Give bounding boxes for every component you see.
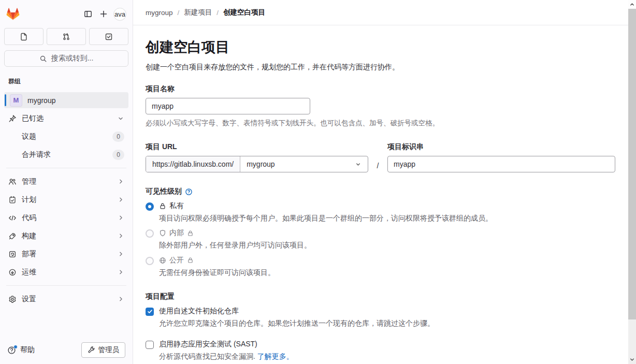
code-icon: [8, 214, 17, 222]
sast-label-text: 启用静态应用安全测试 (SAST): [159, 340, 257, 349]
learn-more-link[interactable]: 了解更多。: [257, 352, 294, 360]
todos-shortcut-button[interactable]: [89, 28, 128, 45]
question-circle-icon[interactable]: [185, 188, 193, 196]
visibility-option-private: 私有 项目访问权限必须明确授予每个用户。如果此项目是一个群组的一部分，访问权限将…: [146, 201, 615, 223]
breadcrumb-item-new-project[interactable]: 新建项目: [184, 8, 212, 17]
url-prefix: https://gitlab.linuxsb.com/: [146, 156, 240, 172]
sidebar-nav: M mygroup 已钉选 议题 0 合并请求 0: [4, 91, 128, 339]
internal-radio: [146, 229, 154, 238]
deploy-icon: [8, 250, 17, 258]
notification-dot: [13, 345, 18, 349]
sidebar-item-manage[interactable]: 管理: [4, 173, 128, 190]
rocket-icon: [8, 232, 17, 240]
project-name-input[interactable]: [146, 98, 310, 114]
check-icon: [147, 309, 153, 314]
sast-option-desc: 分析源代码查找已知安全漏洞. 了解更多。: [159, 351, 615, 361]
globe-icon: [159, 257, 166, 264]
operate-icon: [8, 268, 17, 276]
visibility-option-public: 公开 无需任何身份验证即可访问该项目。: [146, 256, 615, 278]
sidebar-item-plan[interactable]: 计划: [4, 192, 128, 208]
breadcrumb-separator: /: [216, 9, 219, 17]
config-option-sast: 启用静态应用安全测试 (SAST) 分析源代码查找已知安全漏洞. 了解更多。: [146, 340, 615, 361]
sast-option-label[interactable]: 启用静态应用安全测试 (SAST): [159, 340, 615, 349]
issues-shortcut-button[interactable]: [4, 28, 44, 45]
sidebar-item-merge-requests[interactable]: 合并请求 0: [4, 147, 128, 163]
chevron-right-icon: [118, 296, 124, 302]
sidebar-item-issues[interactable]: 议题 0: [4, 128, 128, 144]
internal-label-text: 内部: [169, 228, 184, 238]
project-slug-input[interactable]: [387, 156, 615, 172]
sidebar-item-mygroup[interactable]: M mygroup: [4, 92, 128, 108]
user-avatar[interactable]: ava: [113, 8, 126, 21]
url-row: 项目 URL https://gitlab.linuxsb.com/ mygro…: [146, 142, 615, 172]
visibility-section-label: 可见性级别: [146, 187, 615, 196]
help-icon: [7, 346, 16, 355]
readme-checkbox[interactable]: [146, 308, 154, 316]
internal-option-label: 内部: [159, 228, 615, 238]
create-project-form: 创建空白项目 创建一个空白项目来存放您的文件，规划您的工作，并在代码等方面进行协…: [133, 25, 628, 364]
divider: [6, 168, 126, 168]
breadcrumb-item-mygroup[interactable]: mygroup: [146, 9, 173, 17]
public-option-label: 公开: [159, 256, 615, 265]
merge-requests-shortcut-button[interactable]: [47, 28, 86, 45]
scroll-up-arrow-icon[interactable]: [628, 0, 636, 9]
url-slug-separator: /: [368, 162, 387, 170]
sidebar-item-operate[interactable]: 运维: [4, 264, 128, 280]
sidebar-item-build[interactable]: 构建: [4, 228, 128, 244]
search-icon: [39, 55, 47, 63]
gitlab-logo-icon: [6, 8, 20, 21]
todo-icon: [105, 33, 113, 41]
page-title: 创建空白项目: [146, 38, 615, 56]
main-panel: mygroup / 新建项目 / 创建空白项目 创建空白项目 创建一个空白项目来…: [133, 0, 628, 364]
code-label: 代码: [22, 213, 36, 223]
visibility-label-text: 可见性级别: [146, 187, 182, 196]
build-label: 构建: [22, 231, 36, 241]
project-name-help: 必须以小写或大写字母、数字、表情符号或下划线开头。也可以包含点、加号、破折号或空…: [146, 119, 615, 128]
lock-icon: [159, 202, 166, 210]
project-slug-field: 项目标识串: [387, 142, 615, 172]
config-label-text: 项目配置: [146, 292, 175, 301]
planning-icon: [8, 196, 17, 204]
sast-checkbox[interactable]: [146, 341, 154, 349]
project-name-label: 项目名称: [146, 84, 615, 94]
breadcrumb-item-current: 创建空白项目: [223, 8, 265, 17]
help-button[interactable]: 帮助: [7, 345, 35, 355]
help-label: 帮助: [20, 345, 35, 355]
public-option-desc: 无需任何身份验证即可访问该项目。: [159, 267, 615, 278]
sidebar-item-deploy[interactable]: 部署: [4, 246, 128, 262]
public-radio: [146, 257, 154, 265]
sidebar-toggle-button[interactable]: [80, 6, 96, 22]
gear-icon: [8, 295, 17, 303]
merge-requests-count-badge: 0: [112, 150, 124, 160]
namespace-select[interactable]: mygroup: [240, 156, 368, 172]
internal-option-desc: 除外部用户外，任何登录用户均可访问该项目。: [159, 240, 615, 250]
chevron-right-icon: [118, 232, 124, 239]
lock-icon: [187, 230, 194, 237]
chevron-down-icon: [355, 161, 362, 168]
sidebar-section-label: 群组: [4, 72, 128, 91]
divider: [6, 285, 126, 286]
merge-requests-label: 合并请求: [22, 150, 51, 159]
chevron-right-icon: [118, 269, 124, 275]
pinned-label: 已钉选: [22, 114, 44, 123]
admin-area-button[interactable]: 管理员: [81, 342, 126, 358]
users-icon: [8, 178, 17, 186]
sidebar-item-settings[interactable]: 设置: [4, 291, 128, 307]
sidebar-item-pinned[interactable]: 已钉选: [4, 110, 128, 126]
sidebar-footer: 帮助 管理员: [4, 339, 128, 359]
readme-option-label[interactable]: 使用自述文件初始化仓库: [159, 307, 615, 316]
search-button[interactable]: 搜索或转到...: [4, 50, 128, 67]
config-option-readme: 使用自述文件初始化仓库 允许您立即克隆这个项目的仓库。如果您计划推送一个现有的仓…: [146, 307, 615, 328]
project-url-label: 项目 URL: [146, 142, 368, 152]
vertical-scrollbar[interactable]: [628, 0, 636, 364]
private-radio[interactable]: [146, 202, 154, 211]
scroll-down-arrow-icon[interactable]: [628, 355, 636, 364]
group-name: mygroup: [27, 96, 55, 105]
create-new-button[interactable]: [96, 6, 111, 22]
private-option-label[interactable]: 私有: [159, 201, 615, 211]
pin-icon: [8, 114, 17, 123]
sidebar-item-code[interactable]: 代码: [4, 210, 128, 226]
issues-label: 议题: [22, 132, 36, 141]
scrollbar-thumb[interactable]: [628, 9, 636, 319]
project-slug-label: 项目标识串: [387, 142, 615, 152]
